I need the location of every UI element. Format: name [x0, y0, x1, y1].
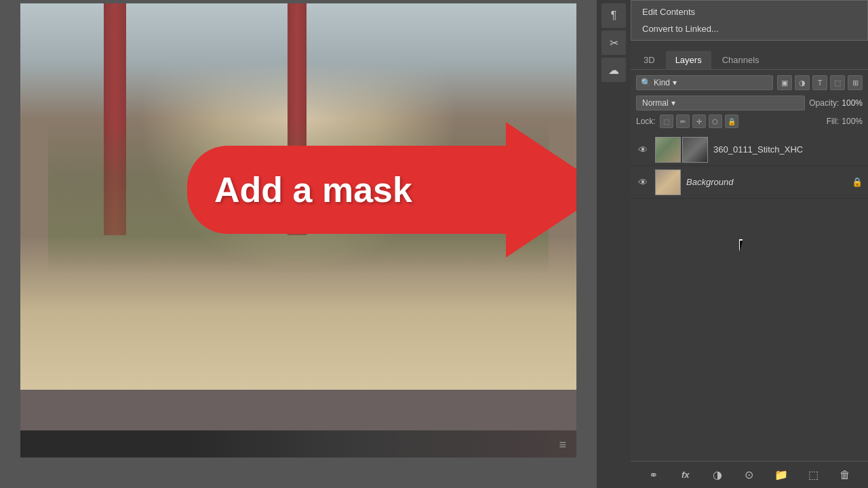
context-menu: Edit Contents Convert to Linked... [631, 0, 868, 41]
type-filter-icon[interactable]: T [812, 75, 827, 90]
new-group-btn[interactable]: 📁 [772, 466, 791, 485]
tools-sidebar: ¶ ✂ ☁ [597, 0, 631, 488]
cloud-tool-btn[interactable]: ☁ [601, 58, 626, 82]
arrow-head [506, 122, 576, 258]
layer-thumbnails-stitch [655, 137, 708, 163]
blend-opacity-row: Normal ▾ Opacity: 100% [636, 96, 863, 110]
layer-visibility-background[interactable]: 👁 [636, 176, 650, 189]
layer-thumb-img-background [656, 170, 680, 195]
layers-bottom-toolbar: ⚭ fx ◑ ⊙ 📁 ⬚ 🗑 [631, 461, 868, 488]
kind-dropdown[interactable]: 🔍 Kind ▾ [636, 75, 773, 90]
delete-layer-btn[interactable]: 🗑 [835, 466, 854, 485]
layer-main-thumb-background [655, 169, 681, 195]
new-layer-btn[interactable]: ⬚ [804, 466, 823, 485]
add-adjustment-btn[interactable]: ◑ [708, 466, 727, 485]
kind-chevron: ▾ [673, 78, 677, 87]
smart-filter-icon[interactable]: ⊞ [848, 75, 863, 90]
tab-layers[interactable]: Layers [666, 51, 711, 69]
lock-label: Lock: [636, 117, 656, 126]
pixel-filter-icon[interactable]: ▣ [777, 75, 792, 90]
fx-btn[interactable]: fx [676, 466, 695, 485]
adjustment-filter-icon[interactable]: ◑ [795, 75, 810, 90]
paragraph-tool-btn[interactable]: ¶ [601, 3, 626, 28]
market-image: Add a mask [20, 3, 576, 390]
opacity-value[interactable]: 100% [842, 98, 863, 108]
arrow-shape: Add a mask [187, 122, 576, 258]
overlay-text: Add a mask [214, 169, 412, 210]
layer-main-thumb-stitch [655, 137, 681, 163]
lock-position-btn[interactable]: ✏ [676, 115, 690, 128]
layer-thumb-mask-stitch [683, 138, 707, 162]
layer-name-background: Background [686, 177, 846, 187]
layer-item-stitch[interactable]: 👁 360_0111_Stitch_XHC [631, 134, 868, 166]
layers-empty-area [631, 239, 868, 293]
arrow-overlay: Add a mask [187, 122, 576, 258]
layer-thumb-img-stitch [656, 138, 680, 162]
layer-mask-thumb-stitch [682, 137, 708, 163]
tab-channels[interactable]: Channels [713, 51, 769, 69]
kind-label: Kind [654, 78, 670, 87]
opacity-control: Opacity: 100% [809, 98, 863, 108]
lock-pixels-btn[interactable]: ⬚ [660, 115, 673, 128]
blend-mode-dropdown[interactable]: Normal ▾ [636, 96, 805, 110]
layer-filter-icons: ▣ ◑ T ⬚ ⊞ [777, 75, 863, 90]
convert-to-linked-menu-item[interactable]: Convert to Linked... [631, 20, 867, 37]
lock-all-btn[interactable]: 🔒 [725, 115, 738, 128]
add-mask-btn[interactable]: ⊙ [740, 466, 759, 485]
lock-icons: ⬚ ✏ ✛ ⬡ 🔒 [660, 115, 738, 128]
search-icon: 🔍 [641, 78, 651, 87]
blend-mode-value: Normal [642, 98, 669, 108]
canvas-image-container: Add a mask [20, 3, 576, 390]
layer-visibility-stitch[interactable]: 👁 [636, 143, 650, 157]
layers-controls: 🔍 Kind ▾ ▣ ◑ T ⬚ ⊞ Normal ▾ Opacity: 100… [631, 70, 868, 134]
layer-lock-icon-background: 🔒 [852, 177, 863, 187]
mouse-cursor [739, 239, 750, 254]
canvas-area: Add a mask ≡ [0, 0, 597, 488]
layers-list: 👁 360_0111_Stitch_XHC 👁 Background 🔒 [631, 134, 868, 461]
lock-fill-row: Lock: ⬚ ✏ ✛ ⬡ 🔒 Fill: 100% [636, 115, 863, 128]
shape-filter-icon[interactable]: ⬚ [830, 75, 845, 90]
canvas-bottom: ≡ [20, 390, 576, 458]
fill-control: Fill: 100% [827, 117, 863, 126]
edit-contents-menu-item[interactable]: Edit Contents [631, 3, 867, 20]
tab-3d[interactable]: 3D [634, 51, 665, 69]
layer-name-stitch: 360_0111_Stitch_XHC [713, 144, 863, 155]
fill-value[interactable]: 100% [842, 117, 863, 126]
link-layers-btn[interactable]: ⚭ [644, 466, 663, 485]
lock-transform-btn[interactable]: ⬡ [709, 115, 722, 128]
lock-artboards-btn[interactable]: ✛ [692, 115, 706, 128]
arrow-body: Add a mask [187, 146, 526, 234]
fill-label: Fill: [827, 117, 840, 126]
opacity-label: Opacity: [809, 98, 839, 108]
panel-tabs: 3D Layers Channels [631, 47, 868, 70]
cut-tool-btn[interactable]: ✂ [601, 30, 626, 55]
layer-item-background[interactable]: 👁 Background 🔒 [631, 166, 868, 199]
layers-search-row: 🔍 Kind ▾ ▣ ◑ T ⬚ ⊞ [636, 75, 863, 90]
filmstrip-icon: ≡ [559, 438, 566, 452]
blend-chevron: ▾ [671, 98, 675, 108]
layers-panel: Edit Contents Convert to Linked... 3D La… [631, 0, 868, 488]
